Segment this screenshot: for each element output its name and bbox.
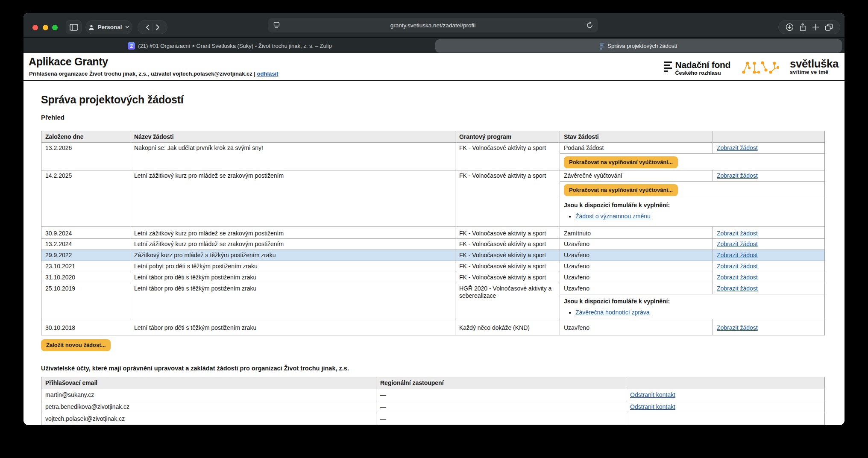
col-email: Přihlašovací email — [41, 377, 376, 389]
applications-table: Založeno dne Název žádosti Grantový prog… — [41, 131, 825, 335]
accounts-heading: Uživatelské účty, které mají oprávnění u… — [41, 365, 825, 372]
forms-available-label: Jsou k dispozici fomuláře k vyplnění: — [564, 201, 821, 209]
address-bar[interactable]: granty.svetluska.net/zadatel/profil — [268, 18, 598, 32]
toolbar-right-buttons — [778, 20, 840, 34]
site-header: Aplikace Granty Přihlášená organizace Ži… — [23, 53, 845, 81]
logout-link[interactable]: odhlásit — [257, 70, 279, 77]
page-settings-icon[interactable] — [273, 22, 280, 28]
new-application-button[interactable]: Založit novou žádost... — [41, 339, 111, 351]
share-icon[interactable] — [799, 23, 806, 32]
continue-billing-button[interactable]: Pokračovat na vyplňování vyúčtování... — [564, 156, 678, 168]
application-status: Uzavřeno — [560, 250, 713, 261]
col-region: Regionální zastoupení — [376, 377, 626, 389]
view-application-link[interactable]: Zobrazit žádost — [717, 230, 758, 237]
view-application-link[interactable]: Zobrazit žádost — [717, 324, 758, 331]
application-name: Letní tábor pro děti s těžkým postižením… — [130, 319, 455, 335]
view-application-link[interactable]: Zobrazit žádost — [717, 263, 758, 270]
form-link[interactable]: Žádost o významnou změnu — [575, 213, 651, 220]
account-region: — — [376, 401, 626, 413]
account-actions-empty — [626, 413, 824, 425]
zoom-window-button[interactable] — [52, 25, 58, 30]
application-name: Letní zážitkový kurz pro mládež se zrako… — [130, 227, 455, 238]
person-icon — [88, 24, 94, 30]
tab-bar: Z (21) #01 Organizacni > Grant Svetluska… — [23, 37, 845, 53]
tab-overview-icon[interactable] — [825, 23, 833, 31]
application-name: Letní zážitkový kurz pro mládež se zrako… — [130, 239, 455, 250]
account-email: petra.benedikova@zivotjinak.cz — [41, 401, 376, 413]
page-content: Aplikace Granty Přihlášená organizace Ži… — [23, 53, 845, 425]
view-application-link[interactable]: Zobrazit žádost — [717, 285, 758, 292]
reload-icon[interactable] — [586, 21, 593, 29]
zulip-favicon: Z — [128, 42, 135, 50]
downloads-icon[interactable] — [786, 23, 794, 31]
col-name: Název žádosti — [130, 131, 455, 142]
account-row: petra.benedikova@zivotjinak.cz — Odstran… — [41, 401, 824, 413]
continue-billing-button[interactable]: Pokračovat na vyplňování vyúčtování... — [564, 184, 678, 196]
nadacni-fond-logo: Nadační fond Českého rozhlasu — [664, 61, 730, 76]
view-application-link[interactable]: Zobrazit žádost — [717, 144, 758, 151]
nf-title: Nadační fond — [675, 61, 730, 69]
application-name: Letní zážitkový kurz pro mládež se zrako… — [130, 170, 455, 226]
sidebar-toggle-button[interactable] — [66, 20, 82, 34]
remove-contact-link[interactable]: Odstranit kontakt — [630, 403, 675, 410]
applications-table-header: Založeno dne Název žádosti Grantový prog… — [41, 131, 824, 142]
col-actions — [713, 131, 824, 142]
header-logos: Nadační fond Českého rozhlasu — [664, 59, 839, 76]
browser-window: Personal granty.svetluska. — [23, 13, 845, 425]
application-status: Uzavřeno — [560, 319, 713, 335]
profile-switcher[interactable]: Personal — [85, 20, 132, 34]
application-status: Uzavřeno — [560, 272, 713, 283]
view-application-link[interactable]: Zobrazit žádost — [717, 252, 758, 258]
tab-grants-app[interactable]: Správa projektových žádostí — [435, 39, 842, 53]
application-row: 13.2.2024 Letní zážitkový kurz pro mláde… — [41, 238, 824, 250]
profile-label: Personal — [97, 24, 122, 30]
account-row: martin@sukany.cz — Odstranit kontakt — [41, 389, 824, 401]
close-window-button[interactable] — [32, 25, 38, 30]
application-program: FK - Volnočasové aktivity a sport — [455, 272, 560, 283]
tab-zulip[interactable]: Z (21) #01 Organizacni > Grant Svetluska… — [25, 39, 434, 53]
application-date: 23.10.2021 — [41, 261, 130, 272]
forward-icon[interactable] — [156, 24, 160, 30]
minimize-window-button[interactable] — [43, 25, 48, 30]
application-date: 13.2.2026 — [41, 143, 130, 170]
desktop-background: Personal granty.svetluska. — [0, 0, 868, 458]
application-date: 29.9.2022 — [41, 250, 130, 261]
url-text: granty.svetluska.net/zadatel/profil — [268, 22, 598, 29]
application-status: Uzavřeno — [560, 261, 713, 272]
forms-available-label: Jsou k dispozici fomuláře k vyplnění: — [564, 297, 821, 305]
application-date: 30.9.2024 — [41, 227, 130, 238]
application-program: FK - Volnočasové aktivity a sport — [455, 227, 560, 238]
grants-favicon — [600, 43, 604, 50]
remove-contact-link[interactable]: Odstranit kontakt — [630, 391, 675, 398]
col-status: Stav žádosti — [560, 131, 713, 142]
application-program: FK - Volnočasové aktivity a sport — [455, 170, 560, 226]
nf-subtitle: Českého rozhlasu — [675, 70, 730, 76]
application-row-selected: 29.9.2022 Zážitkový kurz pro mládež s tě… — [41, 250, 824, 261]
accounts-table-header: Přihlašovací email Regionální zastoupení — [41, 377, 824, 389]
sidebar-icon — [70, 24, 78, 31]
view-application-link[interactable]: Zobrazit žádost — [717, 172, 758, 179]
sv-subtitle: svítíme ve tmě — [790, 69, 839, 75]
application-status: Závěrečné vyúčtování — [560, 170, 713, 181]
application-status: Uzavřeno — [560, 283, 713, 294]
view-application-link[interactable]: Zobrazit žádost — [717, 274, 758, 281]
svetluska-dots-icon — [742, 59, 783, 76]
application-program: FK - Volnočasové aktivity a sport — [455, 261, 560, 272]
overview-label: Přehled — [41, 114, 825, 121]
application-row: 13.2.2026 Nakopni se: Jak udělat prvník … — [41, 142, 824, 170]
new-tab-icon[interactable] — [812, 23, 819, 31]
application-date: 31.10.2020 — [41, 272, 130, 283]
application-date: 14.2.2025 — [41, 170, 130, 226]
application-status: Zamítnuto — [560, 227, 713, 238]
view-application-link[interactable]: Zobrazit žádost — [717, 241, 758, 247]
back-icon[interactable] — [146, 24, 150, 30]
main-content: Správa projektových žádostí Přehled Zalo… — [23, 94, 845, 425]
page-title: Správa projektových žádostí — [41, 94, 825, 106]
application-date: 30.10.2018 — [41, 319, 130, 335]
application-date: 25.10.2019 — [41, 283, 130, 319]
tab-grants-label: Správa projektových žádostí — [607, 43, 677, 49]
cesky-rozhlas-icon — [664, 62, 672, 72]
form-link[interactable]: Závěrečná hodnotící zpráva — [575, 309, 650, 316]
account-email: vojtech.polasek@zivotjinak.cz — [41, 413, 376, 425]
login-info-text: Přihlášená organizace Život trochu jinak… — [29, 70, 255, 77]
